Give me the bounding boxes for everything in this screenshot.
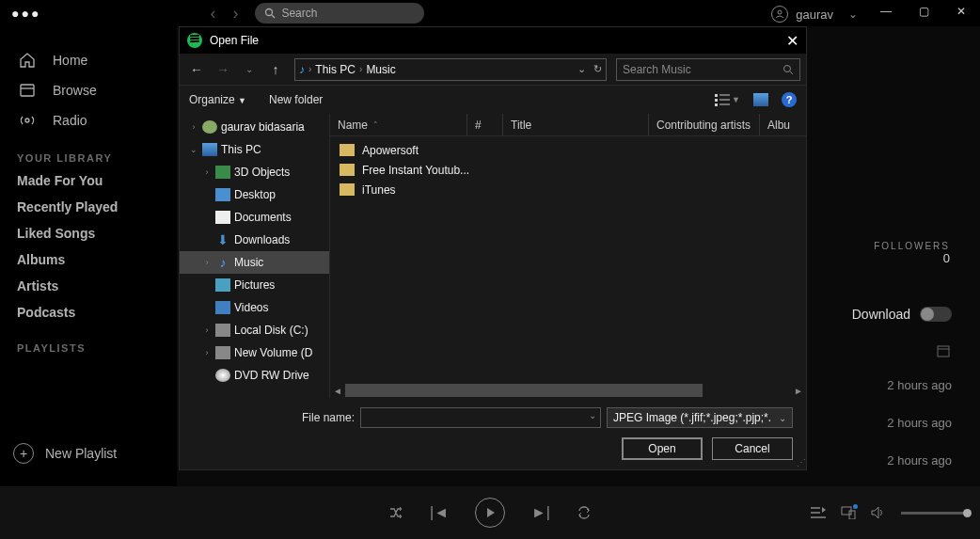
path-dropdown[interactable]: ⌄ — [577, 63, 586, 75]
folder-icon — [340, 144, 355, 156]
help-icon[interactable]: ? — [782, 92, 797, 107]
dialog-close-button[interactable]: ✕ — [786, 32, 798, 50]
organize-menu[interactable]: Organize ▼ — [189, 93, 246, 106]
window-maximize[interactable]: ▢ — [905, 0, 942, 23]
svg-rect-3 — [21, 85, 34, 96]
tree-item-dvd-rw-drive[interactable]: DVD RW Drive — [180, 364, 329, 387]
preview-pane-button[interactable] — [753, 93, 768, 106]
user-menu[interactable]: gaurav ⌄ — [771, 6, 858, 23]
tree-item-3d-objects[interactable]: ›3D Objects — [180, 161, 329, 183]
tree-item-this-pc[interactable]: ⌄This PC — [180, 138, 329, 161]
play-button[interactable] — [475, 498, 505, 528]
nav-forward[interactable]: › — [232, 4, 238, 24]
open-button[interactable]: Open — [622, 437, 703, 460]
svg-point-2 — [778, 10, 782, 14]
svg-rect-6 — [938, 346, 949, 357]
svg-point-5 — [25, 119, 29, 122]
nav-home-label: Home — [53, 53, 87, 68]
tree-item-downloads[interactable]: ⬇Downloads — [180, 229, 329, 251]
nav-radio[interactable]: Radio — [0, 105, 177, 135]
file-list-header[interactable]: Name˄ # Title Contributing artists Albu — [330, 114, 806, 136]
sidebar: Home Browse Radio YOUR LIBRARY Made For … — [0, 26, 177, 486]
tree-item-music[interactable]: ›♪Music — [180, 251, 329, 274]
new-playlist-button[interactable]: + New Playlist — [0, 443, 117, 464]
queue-icon[interactable] — [811, 506, 826, 519]
file-name-input[interactable]: ⌄ — [360, 407, 601, 428]
scroll-left[interactable]: ◄ — [330, 386, 345, 396]
menu-dots[interactable]: ●●● — [11, 6, 40, 21]
shuffle-button[interactable] — [388, 505, 403, 520]
folder-tree[interactable]: ›gaurav bidasaria⌄This PC›3D ObjectsDesk… — [180, 114, 330, 398]
browse-icon — [17, 80, 38, 101]
library-header: YOUR LIBRARY — [0, 135, 177, 167]
devices-icon[interactable] — [841, 506, 856, 519]
file-name-label: File name: — [193, 411, 355, 424]
dialog-search[interactable]: Search Music — [616, 58, 800, 81]
col-title[interactable]: Title — [503, 114, 649, 135]
repeat-button[interactable] — [577, 505, 592, 520]
tree-item-videos[interactable]: Videos — [180, 296, 329, 319]
followers-count: 0 — [874, 251, 950, 265]
scroll-right[interactable]: ► — [791, 386, 806, 396]
download-toggle[interactable] — [920, 307, 952, 322]
lib-made-for-you[interactable]: Made For You — [0, 167, 177, 194]
folder-icon — [340, 164, 355, 176]
dialog-title: Open File — [210, 34, 259, 47]
next-button[interactable]: ►| — [531, 504, 550, 521]
tree-item-pictures[interactable]: Pictures — [180, 274, 329, 296]
dlg-up[interactable]: ↑ — [264, 58, 287, 81]
lib-liked-songs[interactable]: Liked Songs — [0, 220, 177, 246]
file-type-select[interactable]: JPEG Image (*.jfif;*.jpeg;*.pjp;*. ⌄ — [607, 407, 793, 428]
nav-home[interactable]: Home — [0, 45, 177, 75]
open-file-dialog: Open File ✕ ← → ⌄ ↑ ♪ › This PC › Music … — [179, 26, 807, 470]
dlg-recent[interactable]: ⌄ — [238, 58, 261, 81]
breadcrumb-root[interactable]: This PC — [315, 63, 356, 76]
breadcrumb-path[interactable]: ♪ › This PC › Music ⌄↻ — [294, 58, 607, 81]
window-minimize[interactable]: — — [867, 0, 905, 23]
tree-item-gaurav-bidasaria[interactable]: ›gaurav bidasaria — [180, 116, 329, 138]
horizontal-scrollbar[interactable]: ◄ ► — [330, 383, 806, 398]
col-number[interactable]: # — [467, 114, 503, 135]
dlg-forward[interactable]: → — [212, 58, 234, 81]
svg-marker-16 — [487, 508, 495, 517]
calendar-icon — [937, 344, 950, 357]
nav-back[interactable]: ‹ — [210, 4, 215, 24]
lib-artists[interactable]: Artists — [0, 273, 177, 299]
dlg-back[interactable]: ← — [185, 58, 208, 81]
nav-browse[interactable]: Browse — [0, 75, 177, 105]
download-label: Download — [852, 307, 910, 322]
resize-grip[interactable]: ⋰ — [797, 457, 804, 468]
window-close[interactable]: ✕ — [942, 0, 980, 23]
chevron-right-icon: › — [359, 64, 362, 74]
new-folder-button[interactable]: New folder — [269, 93, 323, 106]
global-search[interactable]: Search — [255, 3, 424, 24]
file-item[interactable]: iTunes — [330, 180, 806, 199]
lib-recently-played[interactable]: Recently Played — [0, 194, 177, 220]
search-icon — [264, 8, 276, 19]
followers-label: FOLLOWERS — [874, 241, 950, 251]
svg-rect-11 — [715, 99, 718, 102]
lib-podcasts[interactable]: Podcasts — [0, 299, 177, 325]
cancel-button[interactable]: Cancel — [712, 437, 793, 460]
playlists-header: PLAYLISTS — [0, 325, 177, 357]
col-name[interactable]: Name — [338, 119, 368, 132]
tree-item-desktop[interactable]: Desktop — [180, 183, 329, 206]
username: gaurav — [796, 8, 833, 22]
file-list[interactable]: ApowersoftFree Instant Youtub...iTunes — [330, 136, 806, 383]
file-item[interactable]: Apowersoft — [330, 140, 806, 160]
volume-icon[interactable] — [871, 506, 886, 519]
svg-point-8 — [784, 65, 791, 71]
refresh-icon[interactable]: ↻ — [593, 63, 602, 75]
tree-item-new-volume-d[interactable]: ›New Volume (D — [180, 341, 329, 364]
previous-button[interactable]: |◄ — [430, 504, 449, 521]
tree-item-documents[interactable]: Documents — [180, 206, 329, 229]
file-item[interactable]: Free Instant Youtub... — [330, 160, 806, 180]
col-artists[interactable]: Contributing artists — [649, 114, 760, 135]
col-album[interactable]: Albu — [760, 114, 798, 135]
volume-slider[interactable] — [901, 512, 967, 515]
breadcrumb-folder[interactable]: Music — [366, 63, 395, 76]
spotify-icon — [187, 33, 202, 48]
lib-albums[interactable]: Albums — [0, 246, 177, 273]
tree-item-local-disk-c-[interactable]: ›Local Disk (C:) — [180, 319, 329, 341]
view-options[interactable]: ▼ — [715, 93, 740, 106]
